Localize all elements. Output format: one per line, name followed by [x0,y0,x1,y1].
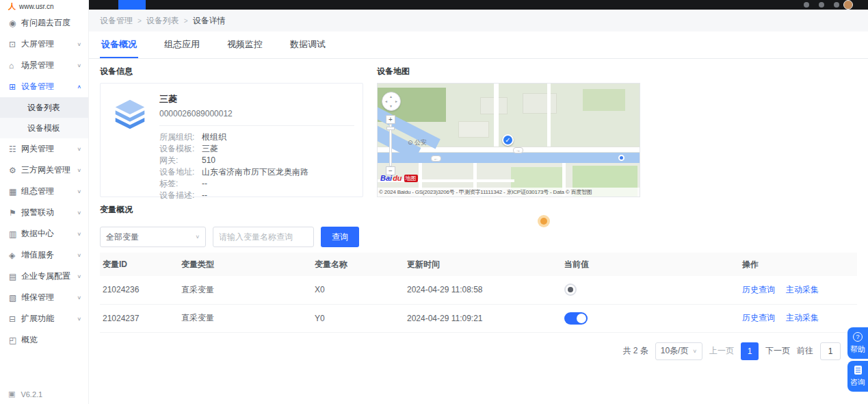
sidebar-subitem-device-list[interactable]: 设备列表 [0,97,88,118]
breadcrumb-separator: > [137,17,142,25]
sidebar-item-value-added-services[interactable]: ◈ 增值服务 ∨ [0,244,88,266]
logo[interactable]: 人 www.usr.cn [0,0,88,12]
active-collect-link[interactable]: 主动采集 [786,313,819,323]
zoom-slider-track[interactable] [389,124,392,166]
sidebar-item-maintenance-management[interactable]: ▧ 维保管理 ∨ [0,287,88,308]
page-size-value: 10条/页 [661,345,689,357]
detail-tabs: 设备概况 组态应用 视频监控 数据调试 [89,31,868,59]
device-name: 三菱 [159,93,354,105]
next-page-button[interactable]: 下一页 [765,345,790,357]
app-window: 人 www.usr.cn ◉ 有问题去百度 ⊡ 大屏管理 ∨ ⌂ 场景管理 ∨ … [0,0,868,404]
version-label: V6.2.1 [21,390,42,399]
cell-variable-id: 21024236 [100,276,179,304]
field-value: -- [202,190,354,201]
field-tags: 标签: -- [159,178,354,190]
help-button[interactable]: ? 帮助 [847,327,868,359]
history-query-link[interactable]: 历史查询 [742,313,775,323]
field-value: 510 [202,155,354,166]
field-label: 所属组织: [159,131,202,143]
tab-scada-application[interactable]: 组态应用 [163,38,201,58]
baidu-map[interactable]: ⊙ 公安 ← → ✓ ▴ ▾ ◂ ▸ + − [377,83,640,197]
chevron-down-icon: ∨ [195,234,200,240]
device-management-submenu: 设备列表 设备模板 [0,97,88,138]
sidebar-item-scene-management[interactable]: ⌂ 场景管理 ∨ [0,55,88,76]
goto-page-input[interactable] [820,342,841,360]
tab-device-overview[interactable]: 设备概况 [100,38,138,58]
avatar[interactable] [843,0,853,10]
poi-text: 公安 [415,139,427,146]
breadcrumb-item[interactable]: 设备管理 [100,15,133,27]
breadcrumb-item[interactable]: 设备列表 [146,15,179,27]
gateway-icon: ☷ [9,144,21,154]
history-query-link[interactable]: 历史查询 [742,285,775,294]
active-collect-link[interactable]: 主动采集 [786,285,819,294]
usr-logo-icon: 人 [8,1,16,12]
sidebar-item-label: 三方网关管理 [21,164,77,176]
alarm-icon: ⚑ [9,208,21,218]
sidebar-subitem-label: 设备模板 [27,123,60,134]
floating-buttons: ? 帮助 咨询 [847,327,868,394]
sidebar-subitem-device-template[interactable]: 设备模板 [0,118,88,138]
variable-type-select[interactable]: 全部变量 ∨ [100,227,206,247]
consult-icon [854,366,862,375]
pan-right-icon[interactable]: ▸ [395,99,397,103]
sidebar-item-extended-functions[interactable]: ⊟ 扩展功能 ∨ [0,308,88,329]
map-poi-label: ⊙ 公安 [408,138,427,147]
device-info-card: 三菱 0000026089000012 所属组织: 根组织 设备模板: 三菱 网 [100,83,363,197]
chevron-down-icon: ∨ [77,189,81,194]
help-label: 帮助 [850,344,865,355]
query-button[interactable]: 查询 [321,227,359,247]
value-added-icon: ◈ [9,251,21,260]
value-toggle[interactable] [564,283,577,296]
tab-data-debug[interactable]: 数据调试 [289,38,327,58]
sidebar-item-scada-management[interactable]: ▦ 组态管理 ∨ [0,181,88,202]
baidu-logo-text: Bai [380,174,392,182]
sidebar-item-label: 大屏管理 [21,38,77,50]
sidebar-item-third-party-gateway[interactable]: ⚙ 三方网关管理 ∨ [0,160,88,181]
pan-up-icon[interactable]: ▴ [390,94,392,99]
sidebar-item-data-center[interactable]: ▥ 数据中心 ∨ [0,223,88,244]
sidebar-item-overview[interactable]: ◰ 概览 [0,329,88,351]
device-code: 0000026089000012 [159,109,354,118]
baidu-map-badge: 地图 [404,175,418,182]
active-tab-indicator[interactable] [118,0,146,10]
sidebar-item-enterprise-config[interactable]: ▤ 企业专属配置 ∨ [0,266,88,287]
consult-button[interactable]: 咨询 [847,361,868,392]
prev-page-button[interactable]: 上一页 [709,345,734,357]
extensions-icon: ⊟ [9,314,21,324]
variable-search-input[interactable] [213,227,314,247]
cell-update-time: 2024-04-29 11:09:21 [404,304,562,332]
col-current-value: 当前值 [562,253,739,276]
collapse-icon[interactable]: ▣ [8,390,15,399]
value-toggle[interactable] [564,312,588,325]
sidebar-item-alarm-linkage[interactable]: ⚑ 报警联动 ∨ [0,202,88,223]
scene-icon: ⌂ [9,61,21,71]
sidebar-item-device-management[interactable]: ⊞ 设备管理 ∧ [0,76,88,97]
map-park [583,89,625,111]
device-info-column: 设备信息 三菱 0000026089000012 [100,66,363,197]
sidebar-item-baidu-help[interactable]: ◉ 有问题去百度 [0,12,88,34]
pan-left-icon[interactable]: ◂ [385,99,387,103]
sidebar-item-label: 维保管理 [21,292,77,303]
topbar-icon-2[interactable] [819,2,824,8]
version-row: ▣ V6.2.1 [8,390,42,399]
tab-video-monitoring[interactable]: 视频监控 [226,38,264,58]
zoom-slider-knob[interactable] [386,127,395,130]
zoom-in-button[interactable]: + [386,115,395,124]
field-label: 标签: [159,178,202,190]
pagination: 共 2 条 10条/页 ∨ 上一页 1 下一页 前往 页 [89,333,868,370]
topbar-icon-3[interactable] [834,2,839,8]
page-number-1[interactable]: 1 [741,342,759,360]
pan-down-icon[interactable]: ▾ [390,104,392,108]
chevron-down-icon: ∨ [77,42,81,47]
sidebar-item-gateway-management[interactable]: ☷ 网关管理 ∨ [0,138,88,160]
page-size-select[interactable]: 10条/页 ∨ [655,342,702,360]
map-pan-control[interactable]: ▴ ▾ ◂ ▸ [382,92,401,111]
table-row: 21024236 直采变量 X0 2024-04-29 11:08:58 历史查… [100,276,857,304]
device-location-marker[interactable]: ✓ [502,134,514,146]
road-direction-marker: ← [431,155,441,162]
field-value: -- [202,178,354,190]
topbar-icon-1[interactable] [804,2,809,8]
road-direction-marker: → [513,147,523,153]
sidebar-item-dashboard-management[interactable]: ⊡ 大屏管理 ∨ [0,34,88,55]
